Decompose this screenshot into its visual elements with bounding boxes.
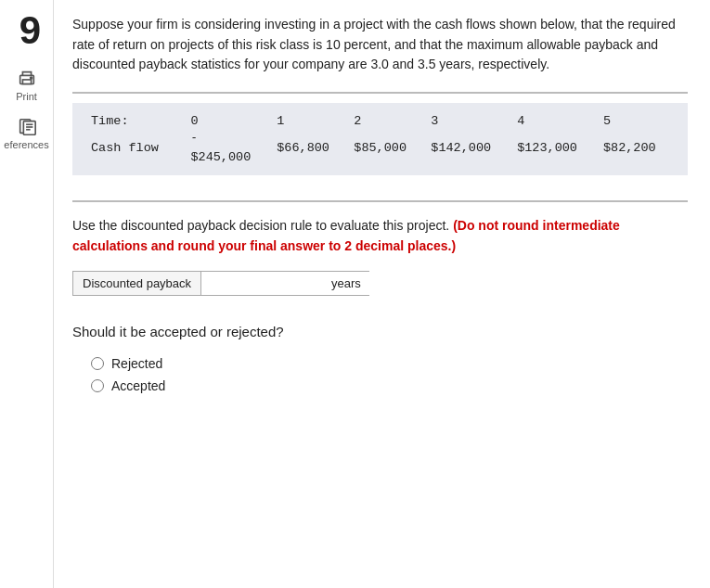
rejected-label: Rejected bbox=[111, 356, 162, 371]
left-sidebar: 9 Print eferences bbox=[0, 0, 54, 588]
instruction-text: Use the discounted payback decision rule… bbox=[72, 215, 688, 257]
print-icon bbox=[17, 69, 37, 89]
rejected-option[interactable]: Rejected bbox=[91, 356, 688, 371]
accepted-option[interactable]: Accepted bbox=[91, 378, 688, 393]
cash-flow-row: Cash flow -$245,000 $66,800 $85,000 $142… bbox=[85, 130, 675, 166]
answer-row: Discounted payback years bbox=[72, 271, 369, 296]
accept-reject-question: Should it be accepted or rejected? bbox=[72, 324, 688, 339]
cf-0: -$245,000 bbox=[185, 130, 271, 166]
cash-flow-table-wrap: Time: 0 1 2 3 4 5 Cash flow -$245,000 $6… bbox=[72, 103, 688, 175]
cf-3: $142,000 bbox=[425, 130, 511, 166]
table-header-row: Time: 0 1 2 3 4 5 bbox=[85, 112, 675, 130]
references-block[interactable]: eferences bbox=[4, 117, 48, 150]
svg-rect-1 bbox=[22, 80, 31, 84]
time-5: 5 bbox=[598, 112, 675, 130]
references-label: eferences bbox=[4, 139, 48, 150]
print-block[interactable]: Print bbox=[16, 69, 37, 102]
cf-4: $123,000 bbox=[511, 130, 598, 166]
time-4: 4 bbox=[511, 112, 598, 130]
svg-point-2 bbox=[30, 77, 32, 79]
main-content: Suppose your firm is considering investi… bbox=[54, 0, 710, 588]
table-divider-top bbox=[72, 92, 688, 94]
time-0: 0 bbox=[185, 112, 271, 130]
accepted-radio[interactable] bbox=[91, 379, 104, 392]
accepted-label: Accepted bbox=[111, 378, 165, 393]
time-1: 1 bbox=[271, 112, 348, 130]
references-icon bbox=[17, 117, 37, 137]
cf-1: $66,800 bbox=[271, 130, 348, 166]
svg-rect-4 bbox=[23, 121, 35, 135]
cf-2: $85,000 bbox=[348, 130, 425, 166]
answer-label: Discounted payback bbox=[73, 272, 201, 295]
answer-unit: years bbox=[322, 272, 370, 295]
rejected-radio[interactable] bbox=[91, 357, 104, 370]
discounted-payback-input[interactable] bbox=[201, 272, 322, 295]
time-3: 3 bbox=[425, 112, 511, 130]
print-label: Print bbox=[16, 91, 37, 102]
time-2: 2 bbox=[348, 112, 425, 130]
cf-5: $82,200 bbox=[598, 130, 675, 166]
radio-group: Rejected Accepted bbox=[91, 356, 688, 393]
instruction-prefix: Use the discounted payback decision rule… bbox=[72, 218, 453, 233]
question-number: 9 bbox=[12, 11, 41, 50]
table-divider-bottom bbox=[72, 200, 688, 202]
time-label: Time: bbox=[85, 112, 185, 130]
question-text: Suppose your firm is considering investi… bbox=[72, 15, 688, 75]
cash-flow-label: Cash flow bbox=[85, 130, 185, 166]
cash-flow-table: Time: 0 1 2 3 4 5 Cash flow -$245,000 $6… bbox=[85, 112, 675, 166]
